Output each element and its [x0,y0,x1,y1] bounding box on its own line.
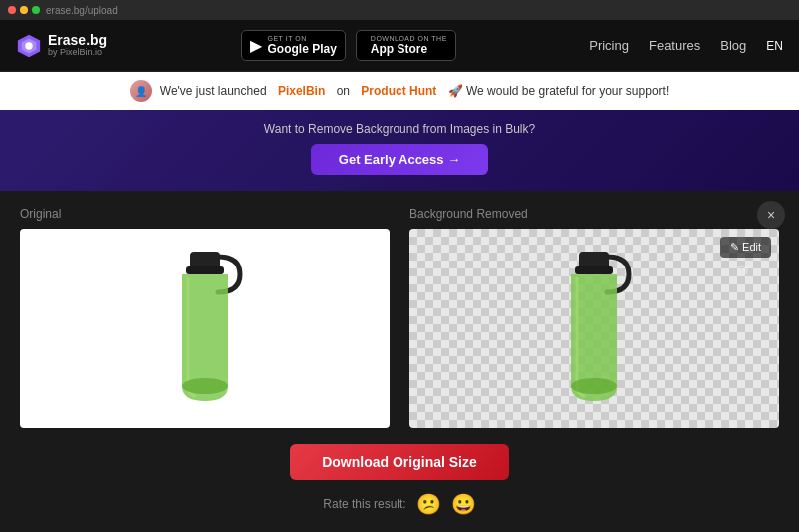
early-access-top-button[interactable]: Get Early Access → [311,144,488,175]
logo-icon [16,33,42,59]
main-content: × Original [0,191,799,532]
edit-button-area: ✎ Edit ☞ [720,237,771,281]
product-hunt-link[interactable]: Product Hunt [361,84,436,98]
pixelbin-link[interactable]: PixelBin [278,84,325,98]
logo-sub-text: by PixelBin.io [48,47,107,58]
announcement-bar: 👤 We've just launched PixelBin on Produc… [0,72,799,110]
happy-emoji-button[interactable]: 😀 [451,492,476,516]
announcement-text-after: 🚀 We would be grateful for your support! [448,84,670,98]
nav-blog[interactable]: Blog [720,38,746,53]
svg-rect-7 [575,266,613,274]
header-nav: Pricing Features Blog EN [589,38,783,53]
traffic-light-green[interactable] [32,6,40,14]
app-store-bottom-text: App Store [371,42,447,56]
app-store-badge[interactable]: Download on the App Store [356,30,456,61]
removed-image-box: ✎ Edit ☞ [409,229,779,428]
google-play-badge[interactable]: ▶ GET IT ON Google Play [241,30,346,61]
traffic-light-yellow[interactable] [20,6,28,14]
rate-label: Rate this result: [323,497,405,511]
nav-features[interactable]: Features [649,38,700,53]
sad-emoji-button[interactable]: 😕 [416,492,441,516]
download-button[interactable]: Download Original Size [290,444,509,480]
svg-point-2 [25,42,32,49]
logo-area: Erase.bg by PixelBin.io [16,33,107,59]
announcement-text-before: We've just launched [160,84,267,98]
google-play-bottom-text: Google Play [268,42,337,56]
google-play-top-text: GET IT ON [268,35,337,42]
nav-pricing[interactable]: Pricing [589,38,629,53]
original-bottle-svg [160,247,250,411]
removed-bottle-svg [549,247,639,411]
announcement-avatar: 👤 [130,80,152,102]
announcement-on: on [337,84,350,98]
svg-point-8 [571,378,617,394]
original-label: Original [20,207,390,221]
url-bar: erase.bg/upload [0,0,799,20]
bulk-banner-top: Want to Remove Background from Images in… [0,110,799,191]
google-play-icon: ▶ [250,36,262,55]
svg-rect-4 [186,266,224,274]
actions-area: Download Original Size [20,444,779,480]
edit-button[interactable]: ✎ Edit [720,237,771,258]
url-text: erase.bg/upload [46,5,118,16]
logo-text-block: Erase.bg by PixelBin.io [48,33,107,58]
logo-main-text: Erase.bg [48,33,107,47]
bulk-banner-top-text: Want to Remove Background from Images in… [16,122,783,136]
header: Erase.bg by PixelBin.io ▶ GET IT ON Goog… [0,20,799,72]
image-comparison: Original Backgro [20,207,779,428]
header-center: ▶ GET IT ON Google Play Download on the … [241,30,456,61]
removed-panel: Background Removed ✎ Edit ☞ [409,207,779,428]
original-panel: Original [20,207,390,428]
original-image-box [20,229,390,428]
close-button[interactable]: × [757,201,785,229]
rate-area: Rate this result: 😕 😀 [20,492,779,516]
svg-point-5 [182,378,228,394]
cursor-indicator: ☞ [736,259,756,282]
traffic-light-red[interactable] [8,6,16,14]
removed-label: Background Removed [409,207,779,221]
lang-button[interactable]: EN [766,39,783,53]
app-store-top-text: Download on the [371,35,447,42]
